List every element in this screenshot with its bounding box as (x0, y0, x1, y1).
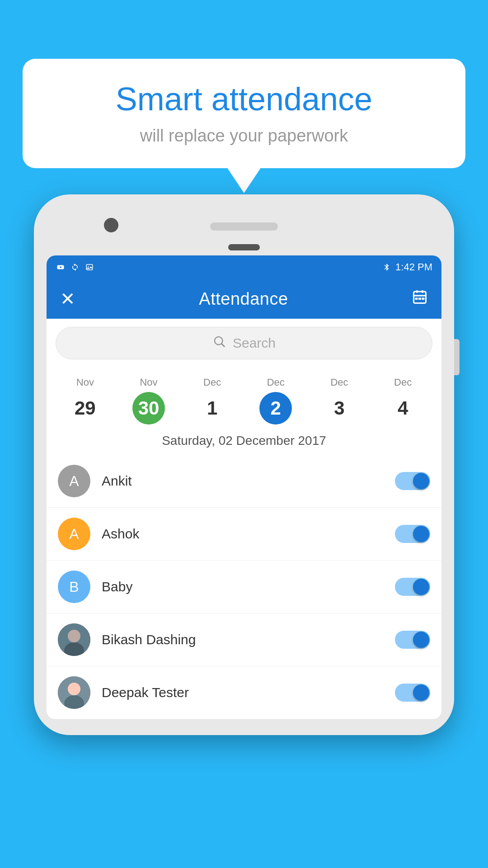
search-container: Search (47, 319, 441, 368)
calendar-day[interactable]: Dec2 (255, 377, 296, 425)
attendance-toggle[interactable] (395, 684, 430, 702)
image-icon (84, 263, 94, 271)
phone-camera (104, 218, 118, 232)
person-name: Deepak Tester (102, 685, 384, 700)
cal-day-number: 29 (69, 392, 101, 425)
cal-month-label: Dec (394, 377, 412, 388)
phone-speaker (210, 222, 278, 231)
phone-side-button (454, 339, 460, 375)
svg-rect-8 (415, 297, 418, 300)
phone-home-button (228, 244, 260, 250)
cal-day-number: 30 (132, 392, 165, 425)
cal-month-label: Nov (140, 377, 157, 388)
calendar-svg (412, 289, 428, 305)
speech-bubble: Smart attendance will replace your paper… (23, 59, 465, 168)
calendar-day[interactable]: Nov29 (65, 377, 105, 425)
avatar: A (58, 518, 90, 550)
youtube-icon (56, 263, 66, 271)
search-svg (212, 335, 226, 348)
calendar-row: Nov29Nov30Dec1Dec2Dec3Dec4 (47, 368, 441, 427)
attendance-item: Deepak Tester (47, 666, 441, 719)
attendance-toggle[interactable] (395, 472, 430, 490)
attendance-item: AAnkit (47, 455, 441, 508)
attendance-list: AAnkitAAshokBBaby Bikash Dashing Deepak … (47, 455, 441, 719)
close-button[interactable]: ✕ (60, 288, 75, 309)
search-placeholder: Search (233, 335, 276, 351)
calendar-day[interactable]: Dec1 (192, 377, 233, 425)
cal-month-label: Dec (330, 377, 348, 388)
calendar-day[interactable]: Dec4 (383, 377, 423, 425)
attendance-toggle[interactable] (395, 525, 430, 543)
phone: 1:42 PM ✕ Attendance (34, 194, 454, 735)
svg-point-14 (68, 630, 80, 642)
cal-day-number: 3 (323, 392, 356, 425)
cal-day-number: 2 (259, 392, 292, 425)
phone-screen: 1:42 PM ✕ Attendance (47, 255, 441, 719)
app-title: Attendance (199, 289, 288, 309)
search-icon (212, 335, 226, 352)
svg-rect-4 (413, 292, 426, 303)
svg-rect-10 (422, 297, 424, 300)
svg-line-12 (222, 344, 225, 347)
bubble-title: Smart attendance (50, 81, 438, 117)
avatar (58, 623, 90, 656)
status-bar: 1:42 PM (47, 255, 441, 279)
cal-day-number: 1 (196, 392, 229, 425)
person-name: Bikash Dashing (102, 632, 384, 647)
calendar-day[interactable]: Dec3 (319, 377, 360, 425)
attendance-item: Bikash Dashing (47, 613, 441, 666)
status-time: 1:42 PM (395, 261, 432, 273)
cal-month-label: Dec (267, 377, 285, 388)
calendar-icon[interactable] (412, 289, 428, 309)
attendance-toggle[interactable] (395, 578, 430, 596)
attendance-item: BBaby (47, 561, 441, 613)
sync-icon (70, 263, 80, 271)
svg-point-3 (88, 266, 89, 267)
attendance-item: AAshok (47, 508, 441, 561)
bluetooth-icon (382, 263, 392, 271)
svg-rect-9 (418, 297, 421, 300)
app-header: ✕ Attendance (47, 279, 441, 319)
status-icons-right: 1:42 PM (382, 261, 432, 273)
toggle-knob (413, 684, 429, 701)
toggle-knob (413, 526, 429, 542)
toggle-knob (413, 632, 429, 648)
status-icons-left (56, 263, 94, 271)
attendance-toggle[interactable] (395, 631, 430, 649)
toggle-knob (413, 473, 429, 489)
avatar: B (58, 571, 90, 603)
svg-rect-2 (86, 264, 93, 270)
svg-point-17 (68, 683, 80, 695)
avatar (58, 676, 90, 709)
phone-container: 1:42 PM ✕ Attendance (34, 194, 454, 735)
cal-day-number: 4 (387, 392, 419, 425)
calendar-day[interactable]: Nov30 (128, 377, 169, 425)
cal-month-label: Dec (203, 377, 221, 388)
toggle-knob (413, 579, 429, 595)
avatar: A (58, 465, 90, 497)
selected-date-label: Saturday, 02 December 2017 (47, 427, 441, 455)
person-name: Ashok (102, 526, 384, 542)
bubble-subtitle: will replace your paperwork (50, 126, 438, 146)
speech-bubble-container: Smart attendance will replace your paper… (23, 59, 465, 168)
person-name: Baby (102, 579, 384, 594)
person-name: Ankit (102, 473, 384, 489)
search-bar[interactable]: Search (56, 327, 432, 359)
cal-month-label: Nov (76, 377, 94, 388)
